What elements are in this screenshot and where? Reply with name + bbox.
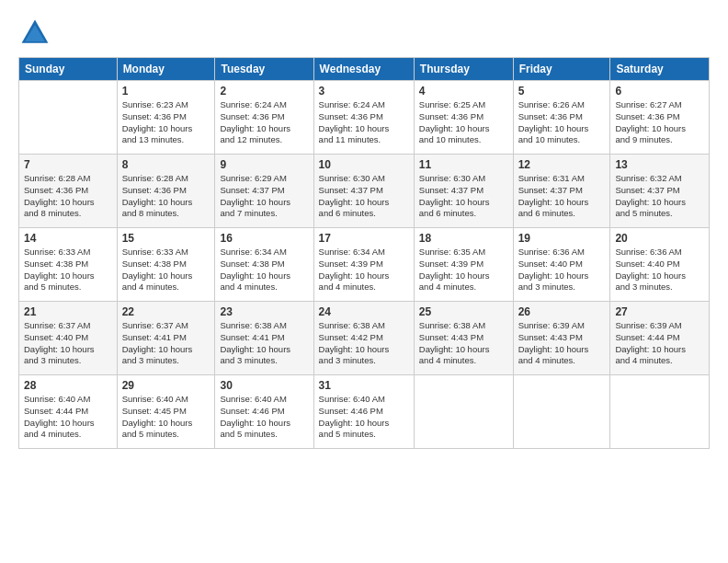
cell-date: 6 (615, 85, 704, 98)
cell-info: Sunrise: 6:35 AM Sunset: 4:39 PM Dayligh… (419, 247, 508, 293)
cell-info: Sunrise: 6:39 AM Sunset: 4:43 PM Dayligh… (518, 320, 606, 367)
cell-date: 16 (220, 232, 308, 245)
cell-date: 11 (419, 158, 508, 171)
cell-date: 20 (615, 232, 704, 245)
cell-date: 27 (615, 305, 704, 318)
cell-info: Sunrise: 6:28 AM Sunset: 4:36 PM Dayligh… (122, 173, 210, 220)
calendar-cell: 4Sunrise: 6:25 AM Sunset: 4:36 PM Daylig… (414, 81, 513, 155)
cell-info: Sunrise: 6:36 AM Sunset: 4:40 PM Dayligh… (615, 247, 704, 293)
cell-date: 2 (220, 85, 308, 98)
cell-info: Sunrise: 6:23 AM Sunset: 4:36 PM Dayligh… (122, 99, 210, 146)
cell-info: Sunrise: 6:32 AM Sunset: 4:37 PM Dayligh… (615, 173, 704, 220)
cell-date: 25 (419, 305, 508, 318)
cell-date: 30 (220, 379, 308, 392)
cell-date: 22 (122, 305, 210, 318)
cell-date: 14 (24, 232, 112, 245)
cell-info: Sunrise: 6:38 AM Sunset: 4:41 PM Dayligh… (220, 320, 308, 367)
cell-info: Sunrise: 6:29 AM Sunset: 4:37 PM Dayligh… (220, 173, 308, 220)
calendar-cell: 20Sunrise: 6:36 AM Sunset: 4:40 PM Dayli… (610, 228, 710, 302)
cell-date: 19 (518, 232, 606, 245)
week-row-5: 28Sunrise: 6:40 AM Sunset: 4:44 PM Dayli… (19, 375, 710, 449)
calendar-cell: 5Sunrise: 6:26 AM Sunset: 4:36 PM Daylig… (513, 81, 610, 155)
calendar-table: SundayMondayTuesdayWednesdayThursdayFrid… (18, 57, 710, 449)
calendar-cell: 29Sunrise: 6:40 AM Sunset: 4:45 PM Dayli… (117, 375, 215, 449)
cell-date: 7 (24, 158, 112, 171)
col-header-saturday: Saturday (610, 58, 710, 81)
logo-icon (18, 17, 51, 50)
col-header-wednesday: Wednesday (313, 58, 414, 81)
cell-info: Sunrise: 6:33 AM Sunset: 4:38 PM Dayligh… (24, 247, 112, 293)
week-row-4: 21Sunrise: 6:37 AM Sunset: 4:40 PM Dayli… (19, 302, 710, 375)
cell-date: 18 (419, 232, 508, 245)
header (18, 17, 710, 50)
header-row: SundayMondayTuesdayWednesdayThursdayFrid… (19, 58, 710, 81)
col-header-sunday: Sunday (19, 58, 118, 81)
calendar-cell: 26Sunrise: 6:39 AM Sunset: 4:43 PM Dayli… (513, 302, 610, 375)
cell-info: Sunrise: 6:28 AM Sunset: 4:36 PM Dayligh… (24, 173, 112, 220)
calendar-cell: 17Sunrise: 6:34 AM Sunset: 4:39 PM Dayli… (313, 228, 414, 302)
cell-info: Sunrise: 6:24 AM Sunset: 4:36 PM Dayligh… (220, 99, 308, 146)
cell-date: 31 (319, 379, 409, 392)
week-row-1: 1Sunrise: 6:23 AM Sunset: 4:36 PM Daylig… (19, 81, 710, 155)
calendar-cell: 2Sunrise: 6:24 AM Sunset: 4:36 PM Daylig… (215, 81, 313, 155)
cell-info: Sunrise: 6:36 AM Sunset: 4:40 PM Dayligh… (518, 247, 606, 293)
calendar-cell: 18Sunrise: 6:35 AM Sunset: 4:39 PM Dayli… (414, 228, 513, 302)
calendar-cell: 31Sunrise: 6:40 AM Sunset: 4:46 PM Dayli… (313, 375, 414, 449)
col-header-tuesday: Tuesday (215, 58, 313, 81)
cell-date: 5 (518, 85, 606, 98)
calendar-cell: 12Sunrise: 6:31 AM Sunset: 4:37 PM Dayli… (513, 155, 610, 228)
cell-date: 8 (122, 158, 210, 171)
calendar-cell: 11Sunrise: 6:30 AM Sunset: 4:37 PM Dayli… (414, 155, 513, 228)
cell-date: 23 (220, 305, 308, 318)
cell-date: 4 (419, 85, 508, 98)
cell-info: Sunrise: 6:31 AM Sunset: 4:37 PM Dayligh… (518, 173, 606, 220)
week-row-2: 7Sunrise: 6:28 AM Sunset: 4:36 PM Daylig… (19, 155, 710, 228)
calendar-cell (19, 81, 118, 155)
cell-date: 15 (122, 232, 210, 245)
cell-info: Sunrise: 6:40 AM Sunset: 4:46 PM Dayligh… (319, 394, 409, 441)
page: SundayMondayTuesdayWednesdayThursdayFrid… (0, 0, 728, 563)
cell-info: Sunrise: 6:38 AM Sunset: 4:43 PM Dayligh… (419, 320, 508, 367)
cell-date: 9 (220, 158, 308, 171)
cell-info: Sunrise: 6:40 AM Sunset: 4:45 PM Dayligh… (122, 394, 210, 441)
calendar-cell: 15Sunrise: 6:33 AM Sunset: 4:38 PM Dayli… (117, 228, 215, 302)
cell-date: 28 (24, 379, 112, 392)
calendar-cell: 9Sunrise: 6:29 AM Sunset: 4:37 PM Daylig… (215, 155, 313, 228)
calendar-cell: 21Sunrise: 6:37 AM Sunset: 4:40 PM Dayli… (19, 302, 118, 375)
cell-info: Sunrise: 6:37 AM Sunset: 4:41 PM Dayligh… (122, 320, 210, 367)
calendar-cell: 25Sunrise: 6:38 AM Sunset: 4:43 PM Dayli… (414, 302, 513, 375)
cell-date: 29 (122, 379, 210, 392)
calendar-cell: 24Sunrise: 6:38 AM Sunset: 4:42 PM Dayli… (313, 302, 414, 375)
cell-info: Sunrise: 6:38 AM Sunset: 4:42 PM Dayligh… (319, 320, 409, 367)
cell-info: Sunrise: 6:30 AM Sunset: 4:37 PM Dayligh… (319, 173, 409, 220)
logo (18, 17, 55, 50)
cell-info: Sunrise: 6:37 AM Sunset: 4:40 PM Dayligh… (24, 320, 112, 367)
calendar-cell: 8Sunrise: 6:28 AM Sunset: 4:36 PM Daylig… (117, 155, 215, 228)
week-row-3: 14Sunrise: 6:33 AM Sunset: 4:38 PM Dayli… (19, 228, 710, 302)
cell-info: Sunrise: 6:30 AM Sunset: 4:37 PM Dayligh… (419, 173, 508, 220)
cell-date: 21 (24, 305, 112, 318)
col-header-thursday: Thursday (414, 58, 513, 81)
calendar-cell: 22Sunrise: 6:37 AM Sunset: 4:41 PM Dayli… (117, 302, 215, 375)
cell-info: Sunrise: 6:40 AM Sunset: 4:46 PM Dayligh… (220, 394, 308, 441)
calendar-cell: 16Sunrise: 6:34 AM Sunset: 4:38 PM Dayli… (215, 228, 313, 302)
cell-date: 13 (615, 158, 704, 171)
calendar-cell (513, 375, 610, 449)
cell-info: Sunrise: 6:27 AM Sunset: 4:36 PM Dayligh… (615, 99, 704, 146)
calendar-cell: 23Sunrise: 6:38 AM Sunset: 4:41 PM Dayli… (215, 302, 313, 375)
cell-info: Sunrise: 6:26 AM Sunset: 4:36 PM Dayligh… (518, 99, 606, 146)
calendar-cell: 3Sunrise: 6:24 AM Sunset: 4:36 PM Daylig… (313, 81, 414, 155)
calendar-cell: 30Sunrise: 6:40 AM Sunset: 4:46 PM Dayli… (215, 375, 313, 449)
calendar-cell: 7Sunrise: 6:28 AM Sunset: 4:36 PM Daylig… (19, 155, 118, 228)
cell-date: 17 (319, 232, 409, 245)
cell-info: Sunrise: 6:34 AM Sunset: 4:39 PM Dayligh… (319, 247, 409, 293)
calendar-cell (610, 375, 710, 449)
calendar-cell: 14Sunrise: 6:33 AM Sunset: 4:38 PM Dayli… (19, 228, 118, 302)
calendar-cell: 13Sunrise: 6:32 AM Sunset: 4:37 PM Dayli… (610, 155, 710, 228)
cell-date: 12 (518, 158, 606, 171)
cell-date: 26 (518, 305, 606, 318)
col-header-friday: Friday (513, 58, 610, 81)
calendar-cell: 10Sunrise: 6:30 AM Sunset: 4:37 PM Dayli… (313, 155, 414, 228)
cell-info: Sunrise: 6:33 AM Sunset: 4:38 PM Dayligh… (122, 247, 210, 293)
col-header-monday: Monday (117, 58, 215, 81)
